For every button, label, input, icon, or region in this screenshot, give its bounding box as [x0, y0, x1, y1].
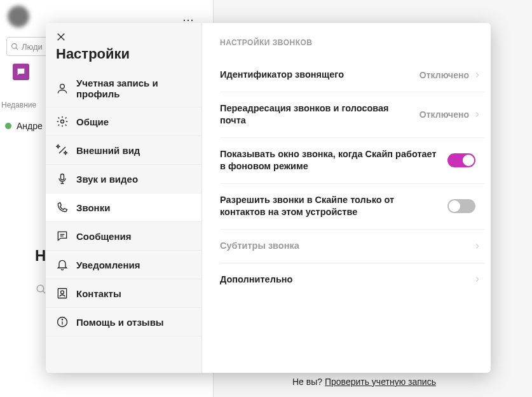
section-letter: Н [35, 247, 46, 265]
row-advanced[interactable]: Дополнительно [220, 263, 484, 296]
chat-tab-icon[interactable] [13, 64, 29, 80]
verify-account-link[interactable]: Проверить учетную запись [325, 377, 436, 387]
contact-item[interactable]: Андре [5, 121, 43, 131]
settings-title: Настройки [46, 45, 201, 70]
phone-icon [56, 201, 69, 214]
chevron-right-icon [474, 109, 481, 120]
settings-sidebar: Настройки Учетная запись и профиль Общие… [46, 23, 202, 373]
settings-content: НАСТРОЙКИ ЗВОНКОВ Идентификатор звонящег… [202, 23, 491, 373]
wand-icon [56, 144, 69, 157]
settings-dialog: Настройки Учетная запись и профиль Общие… [46, 23, 491, 373]
chevron-right-icon [474, 241, 481, 251]
mic-icon [56, 172, 69, 185]
row-call-subtitles[interactable]: Субтитры звонка [220, 230, 484, 263]
nav-notifications[interactable]: Уведомления [46, 251, 201, 279]
close-button[interactable] [46, 23, 201, 45]
caller-id-value: Отключено [419, 70, 469, 80]
footer-message: Не вы? Проверить учетную запись [292, 377, 436, 387]
svg-line-1 [16, 48, 18, 50]
toggle-contacts-only[interactable] [447, 199, 475, 213]
contacts-icon [56, 287, 69, 300]
row-caller-id[interactable]: Идентификатор звонящего Отключено [220, 59, 484, 92]
svg-point-2 [37, 285, 44, 292]
chevron-right-icon [474, 70, 481, 80]
avatar[interactable] [8, 6, 29, 27]
row-show-call-window[interactable]: Показывать окно звонка, когда Скайп рабо… [220, 138, 484, 184]
forward-value: Отключено [419, 109, 469, 120]
svg-line-3 [43, 291, 45, 293]
svg-point-15 [62, 319, 62, 320]
svg-point-7 [61, 120, 64, 123]
search-placeholder: Люди [22, 42, 43, 52]
nav-help[interactable]: Помощь и отзывы [46, 308, 201, 337]
contact-name: Андре [17, 121, 43, 131]
row-call-forwarding[interactable]: Переадресация звонков и голосовая почта … [220, 92, 484, 138]
section-header: НАСТРОЙКИ ЗВОНКОВ [220, 38, 484, 47]
nav-appearance[interactable]: Внешний вид [46, 136, 201, 165]
info-icon [56, 316, 69, 328]
svg-point-12 [61, 291, 64, 294]
svg-point-6 [60, 84, 65, 88]
nav-general[interactable]: Общие [46, 108, 201, 136]
presence-online-icon [5, 123, 11, 129]
message-icon [56, 230, 69, 242]
nav-contacts[interactable]: Контакты [46, 279, 201, 308]
bell-icon [56, 258, 69, 271]
svg-point-0 [12, 43, 17, 48]
recent-label: Недавние [0, 101, 36, 109]
nav-audio-video[interactable]: Звук и видео [46, 165, 201, 193]
nav-messages[interactable]: Сообщения [46, 222, 201, 251]
toggle-show-call-window[interactable] [447, 153, 475, 167]
chevron-right-icon [474, 274, 481, 284]
nav-calls[interactable]: Звонки [46, 193, 201, 222]
row-contacts-only[interactable]: Разрешить звонки в Скайпе только от конт… [220, 184, 484, 230]
nav-account[interactable]: Учетная запись и профиль [46, 70, 201, 108]
svg-rect-8 [61, 174, 64, 180]
account-icon [56, 82, 69, 95]
settings-nav: Учетная запись и профиль Общие Внешний в… [46, 70, 201, 373]
svg-rect-11 [58, 289, 66, 298]
gear-icon [56, 115, 69, 128]
